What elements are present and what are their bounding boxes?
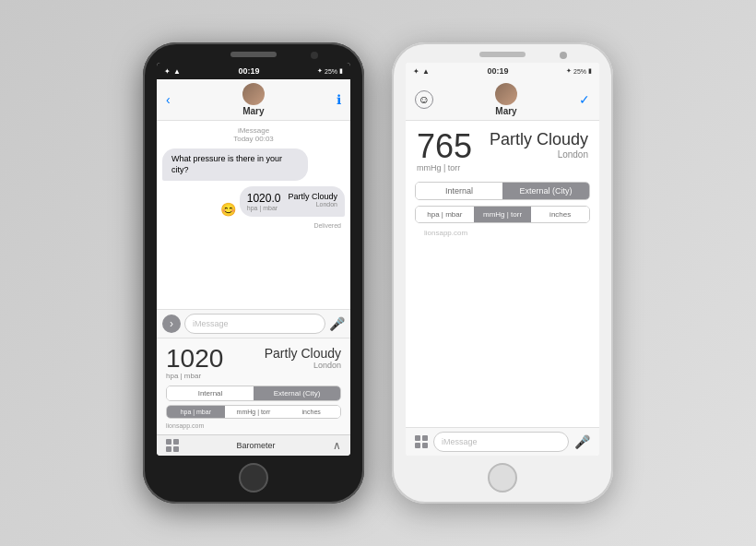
baro-unit-inches-left[interactable]: inches bbox=[282, 406, 340, 418]
bottom-toolbar-left: Barometer ∧ bbox=[157, 434, 350, 456]
grid-dot-3 bbox=[166, 446, 171, 452]
baro-condition-left: Partly Cloudy bbox=[265, 346, 341, 361]
right-baro-city: London bbox=[490, 149, 588, 160]
barometer-extension-left: 1020 hpa | mbar Partly Cloudy London Int… bbox=[157, 338, 350, 434]
imessage-input-right[interactable]: iMessage bbox=[433, 432, 569, 452]
right-unit-hpa[interactable]: hpa | mbar bbox=[416, 207, 474, 222]
baro-unit-left: hpa | mbar bbox=[166, 372, 223, 380]
message-bubble-right: 1020.0 hpa | mbar Partly Cloudy London bbox=[240, 186, 345, 217]
signal-icon-right: ▲ bbox=[422, 67, 430, 76]
bt-icon: ✦ bbox=[317, 67, 323, 75]
grid-dot-r3 bbox=[415, 443, 420, 448]
baro-tab-internal-left[interactable]: Internal bbox=[167, 386, 254, 400]
baro-unit-tabs-left: hpa | mbar mmHg | torr inches bbox=[166, 405, 341, 419]
grid-dot-r2 bbox=[422, 435, 428, 441]
expand-icon: › bbox=[170, 317, 173, 330]
home-button-right[interactable] bbox=[488, 463, 517, 493]
right-spacer bbox=[406, 241, 599, 427]
grid-dot-4 bbox=[173, 446, 179, 452]
right-tab-internal[interactable]: Internal bbox=[416, 183, 502, 199]
message-emoji: 😊 bbox=[220, 202, 236, 217]
pressure-value-right: 1020.0 bbox=[247, 192, 281, 205]
right-tab-external[interactable]: External (City) bbox=[502, 183, 589, 199]
baro-pressure-left: 1020 hpa | mbar bbox=[166, 346, 223, 380]
baro-main-left: 1020 hpa | mbar Partly Cloudy London bbox=[166, 346, 341, 380]
right-baro-main: 765 mmHg | torr Partly Cloudy London bbox=[406, 121, 599, 178]
grid-dot-2 bbox=[173, 439, 179, 445]
right-unit-mmhg[interactable]: mmHg | torr bbox=[474, 207, 532, 222]
message-text: What pressure is there in your city? bbox=[171, 154, 282, 174]
wifi-icon: ✦ bbox=[164, 67, 171, 76]
speaker-left bbox=[230, 52, 277, 57]
nav-title-left: Mary bbox=[242, 83, 265, 116]
phone-right: ✦ ▲ 00:19 ✦ 25% ▮ ☺ Mary bbox=[392, 42, 613, 504]
chevron-up-icon[interactable]: ∧ bbox=[333, 439, 341, 452]
condition-right: Partly Cloudy bbox=[288, 192, 337, 201]
right-unit-tabs: hpa | mbar mmHg | torr inches bbox=[415, 206, 590, 223]
contact-name-right: Mary bbox=[495, 106, 516, 116]
right-screen-content: 765 mmHg | torr Partly Cloudy London Int… bbox=[406, 121, 599, 427]
phone-bottom-bar-right bbox=[392, 456, 613, 504]
status-bar-right: ✦ ▲ 00:19 ✦ 25% ▮ bbox=[406, 63, 599, 79]
screen-left: ✦ ▲ 00:19 ✦ 25% ▮ ‹ Mary bbox=[157, 63, 350, 456]
signal-icon: ▲ bbox=[173, 67, 181, 76]
city-right: London bbox=[288, 201, 337, 208]
grid-dot-1 bbox=[166, 439, 171, 445]
right-baro-pressure: 765 mmHg | torr bbox=[417, 130, 472, 172]
avatar-right bbox=[495, 83, 517, 105]
phone-left: ✦ ▲ 00:19 ✦ 25% ▮ ‹ Mary bbox=[143, 42, 364, 504]
mic-button-right[interactable]: 🎤 bbox=[574, 434, 590, 449]
message-time: Today 00:03 bbox=[233, 135, 274, 143]
right-bottom-bar: iMessage 🎤 bbox=[406, 427, 599, 456]
baro-link-left: lionsapp.com bbox=[166, 422, 204, 429]
avatar-left bbox=[242, 83, 265, 105]
apps-icon-right[interactable] bbox=[415, 435, 428, 448]
chevron-left-icon: ‹ bbox=[166, 92, 171, 107]
status-left-icons: ✦ ▲ bbox=[164, 67, 181, 76]
right-unit-inches[interactable]: inches bbox=[531, 207, 589, 222]
contact-name-left: Mary bbox=[242, 106, 264, 116]
status-right-left: ✦ 25% ▮ bbox=[317, 67, 343, 75]
info-button-left[interactable]: ℹ bbox=[337, 92, 341, 107]
baro-value-left: 1020 bbox=[166, 346, 223, 372]
message-bubble-left: What pressure is there in your city? bbox=[162, 148, 308, 181]
camera-left bbox=[311, 52, 318, 59]
back-button-left[interactable]: ‹ bbox=[166, 92, 171, 107]
status-time-right: 00:19 bbox=[487, 66, 508, 76]
imessage-input-bar-left: › iMessage 🎤 bbox=[157, 309, 350, 338]
baro-city-left: London bbox=[313, 361, 341, 370]
message-meta: iMessage Today 00:03 bbox=[162, 126, 345, 143]
status-time-left: 00:19 bbox=[238, 66, 259, 76]
grid-dot-r4 bbox=[422, 443, 428, 448]
phone-top-bar-right bbox=[392, 42, 613, 63]
info-icon: ℹ bbox=[337, 92, 341, 107]
expand-button[interactable]: › bbox=[162, 315, 181, 333]
battery-pct-left: 25% bbox=[325, 68, 337, 75]
battery-icon-right: ▮ bbox=[588, 67, 592, 75]
right-baro-value: 765 bbox=[417, 130, 472, 163]
message-right-container: 😊 1020.0 hpa | mbar Partly Cloudy London bbox=[220, 186, 345, 217]
imessage-label: iMessage bbox=[238, 126, 269, 135]
pressure-unit-right: hpa | mbar bbox=[247, 205, 281, 211]
baro-unit-mmhg-left[interactable]: mmHg | torr bbox=[225, 406, 283, 418]
baro-unit-hpa-left[interactable]: hpa | mbar bbox=[167, 406, 225, 418]
right-baro-weather: Partly Cloudy London bbox=[490, 130, 588, 160]
right-baro-link: lionsapp.com bbox=[415, 229, 590, 237]
baro-footer-left: lionsapp.com bbox=[166, 422, 341, 429]
grid-dot-r1 bbox=[415, 435, 420, 441]
phone-bottom-bar-left bbox=[143, 456, 364, 504]
mic-button-left[interactable]: 🎤 bbox=[329, 316, 345, 331]
check-button[interactable]: ✓ bbox=[579, 92, 590, 107]
apps-grid-icon[interactable] bbox=[166, 439, 179, 452]
speaker-right bbox=[479, 52, 526, 57]
imessage-placeholder-right: iMessage bbox=[442, 437, 478, 446]
right-baro-condition: Partly Cloudy bbox=[490, 130, 588, 149]
imessage-input-left[interactable]: iMessage bbox=[184, 314, 325, 334]
right-tabs-area: Internal External (City) hpa | mbar mmHg… bbox=[406, 178, 599, 241]
smiley-button[interactable]: ☺ bbox=[415, 90, 433, 109]
scene: ✦ ▲ 00:19 ✦ 25% ▮ ‹ Mary bbox=[0, 0, 756, 546]
home-button-left[interactable] bbox=[239, 463, 268, 493]
imessage-placeholder: iMessage bbox=[193, 319, 229, 328]
baro-tab-external-left[interactable]: External (City) bbox=[254, 386, 340, 400]
bt-icon-right: ✦ bbox=[566, 67, 572, 75]
